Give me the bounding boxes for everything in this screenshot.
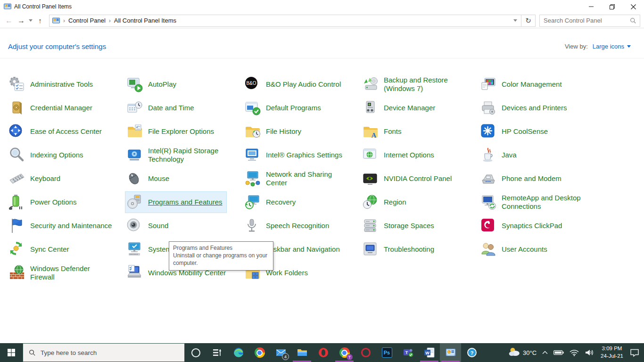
fonts-icon: A — [362, 123, 379, 140]
control-panel-item-troubleshooting[interactable]: Troubleshooting — [361, 239, 438, 260]
control-panel-item-b-o-play-audio-control[interactable]: B&OB&O Play Audio Control — [243, 74, 345, 95]
control-panel-item-region[interactable]: Region — [361, 192, 410, 213]
control-panel-item-ease-of-access-center[interactable]: Ease of Access Center — [8, 121, 106, 142]
taskbar-search-input[interactable] — [40, 349, 184, 357]
recent-pages-dropdown[interactable] — [27, 19, 34, 22]
control-panel-item-devices-and-printers[interactable]: Devices and Printers — [479, 98, 570, 118]
control-panel-item-fonts[interactable]: AFonts — [361, 121, 405, 142]
breadcrumb-all-items[interactable]: All Control Panel Items — [114, 17, 176, 24]
taskbar-app-mail[interactable]: 4 — [270, 343, 291, 362]
control-panel-item-keyboard[interactable]: Keyboard — [8, 168, 64, 189]
file-explorer-icon — [297, 347, 308, 358]
control-panel-item-windows-defender-firewall[interactable]: Windows Defender Firewall — [8, 263, 118, 283]
taskbar-app-photoshop[interactable]: Ps — [376, 343, 397, 362]
taskbar-app-chrome[interactable] — [249, 343, 270, 362]
svg-text:A: A — [372, 132, 377, 139]
control-panel-item-internet-options[interactable]: Internet Options — [361, 145, 438, 165]
control-panel-item-network-and-sharing-center[interactable]: Network and Sharing Center — [243, 168, 354, 189]
control-panel-item-synaptics-clickpad[interactable]: Synaptics ClickPad — [479, 215, 566, 236]
control-panel-item-nvidia-control-panel[interactable]: NVIDIA Control Panel — [361, 168, 455, 189]
taskbar-app-get-help[interactable]: ? — [461, 343, 482, 362]
control-panel-item-user-accounts[interactable]: User Accounts — [479, 239, 551, 260]
taskbar-search[interactable] — [23, 343, 185, 362]
taskbar-app-edge[interactable] — [228, 343, 249, 362]
show-hidden-icons-button[interactable] — [539, 343, 551, 362]
weather-widget[interactable]: 30°C — [505, 343, 539, 362]
control-panel-item-administrative-tools[interactable]: Administrative Tools — [8, 74, 97, 95]
item-label: Default Programs — [266, 104, 321, 112]
control-panel-item-color-management[interactable]: Color Management — [479, 74, 566, 95]
control-panel-item-default-programs[interactable]: Default Programs — [243, 98, 325, 118]
badge: 4 — [282, 353, 289, 360]
item-label: B&O Play Audio Control — [266, 80, 341, 89]
control-panel-item-backup-and-restore-windows-7[interactable]: Backup and Restore (Windows 7) — [361, 74, 471, 95]
taskbar-app-opera[interactable] — [313, 343, 334, 362]
control-panel-item-recovery[interactable]: Recovery — [243, 192, 299, 213]
color-management-icon — [480, 76, 497, 93]
address-history-dropdown[interactable] — [510, 15, 521, 26]
back-button[interactable]: ← — [3, 15, 15, 27]
control-panel-item-sync-center[interactable]: Sync Center — [8, 239, 73, 260]
view-by-dropdown[interactable]: Large icons — [593, 43, 631, 50]
control-panel-item-system[interactable]: System — [125, 239, 175, 260]
item-label: Programs and Features — [148, 198, 223, 206]
search-icon — [29, 349, 36, 356]
up-button[interactable]: ↑ — [34, 15, 46, 27]
control-panel-item-sound[interactable]: Sound — [125, 215, 172, 236]
taskbar-app-opera-gx[interactable] — [355, 343, 376, 362]
control-panel-item-autoplay[interactable]: AutoPlay — [125, 74, 180, 95]
address-bar[interactable]: › Control Panel › All Control Panel Item… — [49, 15, 521, 27]
task-view-button[interactable] — [206, 343, 228, 362]
control-panel-search[interactable] — [539, 15, 640, 27]
wifi-indicator[interactable] — [567, 343, 582, 362]
volume-indicator[interactable] — [582, 343, 597, 362]
cortana-button[interactable] — [185, 343, 206, 362]
control-panel-item-date-and-time[interactable]: Date and Time — [125, 98, 198, 118]
control-panel-item-remoteapp-and-desktop-connections[interactable]: RemoteApp and Desktop Connections — [479, 192, 589, 213]
control-panel-item-security-and-maintenance[interactable]: Security and Maintenance — [8, 215, 116, 236]
control-panel-item-speech-recognition[interactable]: Speech Recognition — [243, 215, 333, 236]
control-panel-item-credential-manager[interactable]: Credential Manager — [8, 98, 96, 118]
breadcrumb-control-panel[interactable]: Control Panel — [68, 17, 106, 24]
clock[interactable]: 3:09 PM 24-Jul-21 — [597, 345, 627, 360]
sync-center-icon — [8, 241, 25, 258]
control-panel-item-storage-spaces[interactable]: Storage Spaces — [361, 215, 438, 236]
control-panel-item-indexing-options[interactable]: Indexing Options — [8, 145, 87, 165]
taskbar-app-chrome-profile[interactable]: T — [334, 343, 355, 362]
credential-manager-icon — [8, 99, 25, 116]
action-center-button[interactable] — [627, 343, 642, 362]
taskbar-app-control-panel[interactable] — [440, 343, 461, 362]
taskbar: 4TPsTW? 30°C 3:09 PM 24-Jul-21 — [0, 343, 644, 362]
taskbar-app-word[interactable]: W — [419, 343, 440, 362]
system-icon — [126, 241, 143, 258]
default-programs-icon — [244, 99, 261, 116]
minimize-button[interactable] — [580, 0, 602, 13]
item-label: Device Manager — [384, 104, 435, 112]
control-panel-window: All Control Panel Items ← → ↑ › Control … — [0, 0, 644, 362]
item-label: Keyboard — [30, 174, 60, 183]
control-panel-item-phone-and-modem[interactable]: Phone and Modem — [479, 168, 565, 189]
battery-indicator[interactable] — [551, 343, 567, 362]
restore-button[interactable] — [602, 0, 623, 13]
forward-button[interactable]: → — [15, 15, 27, 27]
search-input[interactable] — [540, 17, 630, 24]
control-panel-item-power-options[interactable]: Power Options — [8, 192, 80, 213]
control-panel-item-file-explorer-options[interactable]: File Explorer Options — [125, 121, 218, 142]
item-label: Backup and Restore (Windows 7) — [384, 76, 468, 93]
control-panel-item-hp-coolsense[interactable]: HP CoolSense — [479, 121, 552, 142]
control-panel-item-java[interactable]: Java — [479, 145, 520, 165]
control-panel-item-programs-and-features[interactable]: Programs and Features — [125, 192, 226, 213]
control-panel-item-intel-graphics-settings[interactable]: Intel® Graphics Settings — [243, 145, 346, 165]
taskbar-app-teams[interactable]: T — [397, 343, 419, 362]
control-panel-item-mouse[interactable]: Mouse — [125, 168, 173, 189]
close-button[interactable] — [623, 0, 644, 13]
refresh-button[interactable]: ↻ — [521, 15, 536, 27]
taskbar-app-file-explorer[interactable] — [291, 343, 313, 362]
control-panel-item-file-history[interactable]: File History — [243, 121, 305, 142]
photoshop-icon: Ps — [382, 347, 392, 358]
start-button[interactable] — [0, 343, 23, 362]
java-icon — [480, 147, 497, 164]
item-label: AutoPlay — [148, 80, 176, 89]
control-panel-item-intel-r-rapid-storage-technology[interactable]: Intel(R) Rapid Storage Technology — [125, 145, 236, 165]
control-panel-item-device-manager[interactable]: Device Manager — [361, 98, 439, 118]
